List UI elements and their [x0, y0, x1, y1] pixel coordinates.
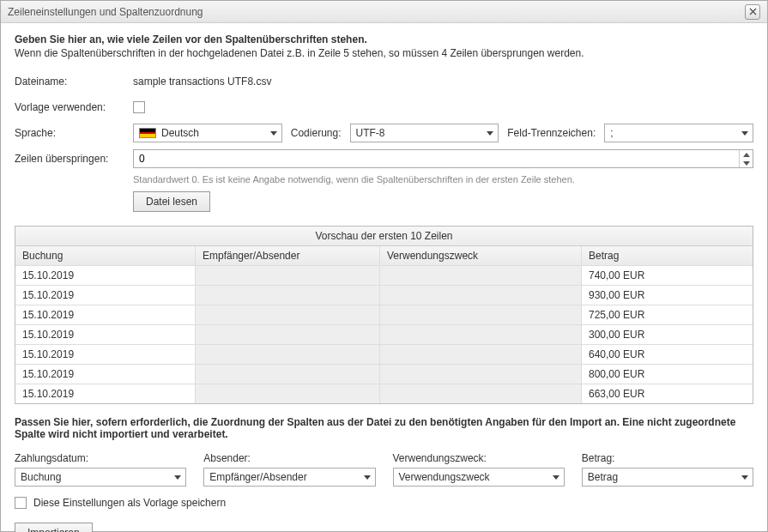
table-cell: 930,00 EUR [582, 286, 753, 305]
col-header-buchung: Buchung [15, 246, 196, 265]
table-cell: 725,00 EUR [582, 305, 753, 324]
use-template-label: Vorlage verwenden: [15, 101, 133, 113]
preview-title: Vorschau der ersten 10 Zeilen [15, 227, 753, 246]
encoding-select[interactable]: UTF-8 [350, 124, 499, 142]
preview-table: Vorschau der ersten 10 Zeilen Buchung Em… [15, 226, 753, 404]
spinner-up-button[interactable] [740, 150, 753, 159]
table-cell: 300,00 EUR [582, 325, 753, 344]
import-button[interactable]: Importieren [15, 523, 93, 532]
table-cell: 15.10.2019 [15, 345, 196, 364]
table-cell [196, 325, 380, 344]
table-cell [196, 286, 380, 305]
mapping-instruction: Passen Sie hier, sofern erforderlich, di… [15, 416, 753, 440]
table-cell [380, 325, 582, 344]
dialog-content: Geben Sie hier an, wie viele Zeilen vor … [1, 23, 767, 532]
table-row: 15.10.2019740,00 EUR [15, 266, 753, 286]
table-cell [380, 345, 582, 364]
table-cell: 15.10.2019 [15, 286, 196, 305]
table-cell [196, 384, 380, 403]
filename-label: Dateiname: [15, 76, 133, 88]
mapping-labels: Zahlungsdatum: Buchung Absender: Empfäng… [15, 452, 753, 487]
encoding-value: UTF-8 [356, 127, 385, 139]
read-file-button[interactable]: Datei lesen [133, 191, 210, 212]
map-purpose-label: Verwendungszweck: [393, 452, 565, 464]
save-template-checkbox[interactable] [15, 497, 27, 509]
table-cell: 15.10.2019 [15, 266, 196, 285]
table-cell: 15.10.2019 [15, 325, 196, 344]
table-cell: 800,00 EUR [582, 365, 753, 384]
separator-value: ; [610, 127, 613, 139]
close-icon [749, 8, 757, 15]
map-sender-label: Absender: [203, 452, 375, 464]
filename-value: sample transactions UTF8.csv [133, 76, 753, 88]
table-cell [380, 286, 582, 305]
map-amount-label: Betrag: [582, 452, 753, 464]
language-label: Sprache: [15, 127, 133, 139]
table-row: 15.10.2019300,00 EUR [15, 325, 753, 345]
table-row: 15.10.2019640,00 EUR [15, 345, 753, 365]
use-template-checkbox[interactable] [133, 101, 145, 113]
table-cell [196, 345, 380, 364]
close-button[interactable] [745, 4, 760, 20]
skip-rows-hint: Standardwert 0. Es ist keine Angabe notw… [133, 174, 753, 184]
instruction-heading: Geben Sie hier an, wie viele Zeilen vor … [15, 33, 753, 45]
flag-de-icon [139, 128, 156, 138]
spinner-down-button[interactable] [740, 159, 753, 167]
skip-rows-row: Zeilen überspringen: [15, 148, 753, 169]
col-header-betrag: Betrag [582, 246, 753, 265]
skip-rows-input[interactable] [134, 150, 739, 167]
table-cell: 640,00 EUR [582, 345, 753, 364]
dialog-title: Zeileneinstellungen und Spaltenzuordnung [8, 6, 745, 18]
map-purpose-select[interactable]: Verwendungszweck [393, 468, 565, 487]
col-header-empfaenger: Empfänger/Absender [196, 246, 380, 265]
table-cell [380, 305, 582, 324]
save-template-label: Diese Einstellungen als Vorlage speicher… [33, 497, 226, 509]
table-cell [196, 305, 380, 324]
table-cell [380, 365, 582, 384]
preview-body: 15.10.2019740,00 EUR15.10.2019930,00 EUR… [15, 266, 753, 403]
chevron-down-icon [743, 161, 750, 166]
table-row: 15.10.2019800,00 EUR [15, 365, 753, 384]
map-amount-select[interactable]: Betrag [582, 468, 753, 487]
table-row: 15.10.2019930,00 EUR [15, 286, 753, 305]
col-header-zweck: Verwendungszweck [380, 246, 582, 265]
instruction-text: Wenn die Spaltenüberschriften in der hoc… [15, 47, 753, 59]
language-select[interactable]: Deutsch [133, 124, 282, 142]
map-date-label: Zahlungsdatum: [15, 452, 186, 464]
map-date-select[interactable]: Buchung [15, 468, 186, 487]
save-template-row: Diese Einstellungen als Vorlage speicher… [15, 497, 753, 509]
table-cell: 15.10.2019 [15, 365, 196, 384]
table-cell: 15.10.2019 [15, 384, 196, 403]
table-cell: 663,00 EUR [582, 384, 753, 403]
separator-select[interactable]: ; [604, 124, 753, 142]
language-value: Deutsch [161, 127, 199, 139]
preview-header: Buchung Empfänger/Absender Verwendungszw… [15, 246, 753, 266]
table-row: 15.10.2019663,00 EUR [15, 384, 753, 403]
locale-row: Sprache: Deutsch Codierung: UTF-8 Feld-T… [15, 123, 753, 143]
filename-row: Dateiname: sample transactions UTF8.csv [15, 71, 753, 92]
skip-rows-spinner[interactable] [133, 149, 753, 168]
encoding-label: Codierung: [291, 127, 342, 139]
table-cell [380, 384, 582, 403]
titlebar: Zeileneinstellungen und Spaltenzuordnung [1, 1, 767, 23]
separator-label: Feld-Trennzeichen: [507, 127, 596, 139]
table-cell: 15.10.2019 [15, 305, 196, 324]
map-sender-select[interactable]: Empfänger/Absender [203, 468, 375, 487]
use-template-row: Vorlage verwenden: [15, 97, 753, 118]
skip-rows-label: Zeilen überspringen: [15, 153, 133, 165]
dialog: Zeileneinstellungen und Spaltenzuordnung… [0, 0, 768, 532]
table-cell [196, 365, 380, 384]
chevron-up-icon [743, 153, 750, 157]
table-cell [380, 266, 582, 285]
table-row: 15.10.2019725,00 EUR [15, 305, 753, 325]
table-cell [196, 266, 380, 285]
table-cell: 740,00 EUR [582, 266, 753, 285]
